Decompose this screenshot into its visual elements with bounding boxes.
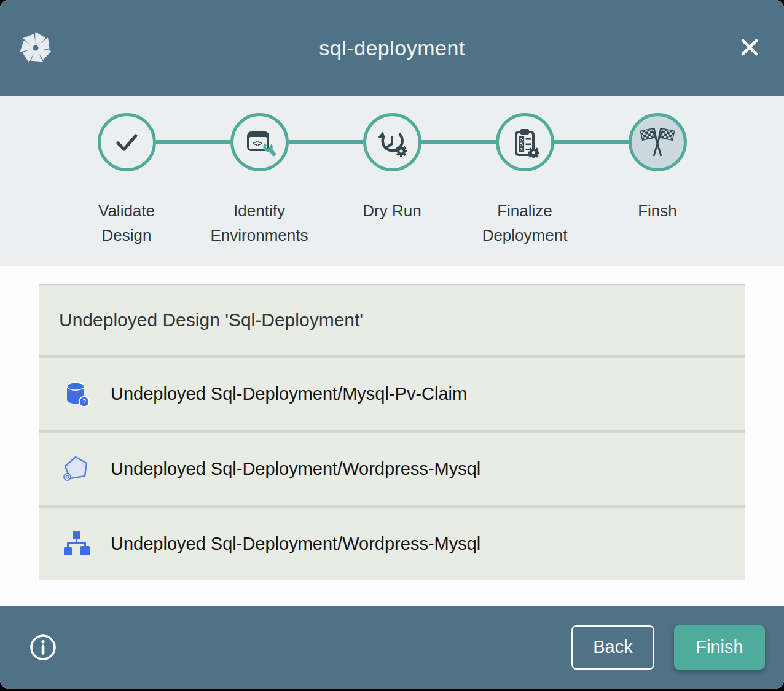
database-icon: ? — [62, 380, 92, 409]
stepper-labels: Validate Design Identify Environments Dr… — [0, 198, 784, 248]
step-dry-run[interactable] — [363, 113, 421, 171]
list-item: Undeployed Sql-Deployment/Wordpress-Mysq… — [39, 433, 745, 505]
hierarchy-icon — [62, 529, 92, 559]
back-button[interactable]: Back — [571, 625, 654, 670]
list-item: Undeployed Sql-Deployment/Wordpress-Mysq… — [39, 508, 745, 580]
step-label-dry-run: Dry Run — [326, 198, 458, 248]
step-finish[interactable] — [629, 113, 687, 171]
stepper-connector — [554, 140, 629, 144]
deployment-status-panel: Undeployed Design 'Sql-Deployment' ? Und… — [39, 284, 745, 580]
stepper-circles: <> — [0, 96, 784, 171]
stepper-connector — [156, 140, 230, 144]
pinwheel-logo-icon — [18, 30, 53, 66]
dialog-footer: Back Finish — [0, 606, 784, 689]
list-item-text: Undeployed Sql-Deployment/Mysql-Pv-Claim — [111, 384, 467, 404]
refresh-gear-icon — [375, 125, 409, 160]
list-item: ? Undeployed Sql-Deployment/Mysql-Pv-Cla… — [39, 358, 745, 430]
checkmark-icon — [109, 125, 144, 160]
wizard-stepper: <> — [0, 96, 784, 266]
dialog-titlebar: sql-deployment — [0, 0, 784, 96]
step-validate-design[interactable] — [98, 113, 156, 171]
step-finalize-deployment[interactable] — [496, 113, 554, 171]
step-label-identify-environments: Identify Environments — [193, 198, 326, 248]
step-identify-environments[interactable]: <> — [230, 113, 289, 171]
step-label-finalize-deployment: Finalize Deployment — [458, 198, 591, 248]
panel-title-row: Undeployed Design 'Sql-Deployment' — [39, 285, 745, 355]
stepper-connector — [421, 140, 496, 144]
wizard-content: Undeployed Design 'Sql-Deployment' ? Und… — [0, 266, 784, 606]
code-window-wrench-icon: <> — [242, 125, 276, 160]
svg-text:?: ? — [82, 398, 86, 405]
step-label-validate-design: Validate Design — [60, 198, 193, 248]
info-icon[interactable] — [29, 633, 57, 662]
deployment-wizard-dialog: sql-deployment — [0, 0, 784, 689]
finish-button[interactable]: Finish — [674, 625, 765, 670]
close-icon[interactable] — [736, 34, 763, 61]
step-label-finish: Finsh — [591, 198, 724, 248]
svg-text:<>: <> — [253, 138, 262, 148]
component-pentagon-icon — [62, 455, 92, 484]
dialog-title: sql-deployment — [319, 36, 465, 60]
list-item-text: Undeployed Sql-Deployment/Wordpress-Mysq… — [111, 459, 480, 479]
panel-title: Undeployed Design 'Sql-Deployment' — [59, 310, 363, 330]
checkered-flags-icon — [640, 125, 675, 160]
list-item-text: Undeployed Sql-Deployment/Wordpress-Mysq… — [111, 534, 480, 554]
clipboard-gear-icon — [508, 125, 542, 160]
stepper-connector — [289, 140, 363, 144]
